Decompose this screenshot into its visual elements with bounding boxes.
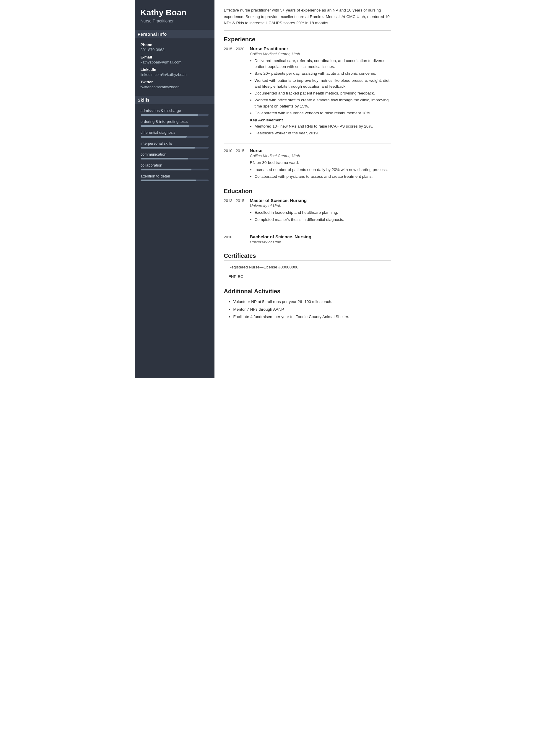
personal-info-field: E-mailkathyzboan@gmail.com [141, 55, 209, 65]
field-label: E-mail [141, 55, 209, 59]
key-achievement-label: Key Achievement [250, 118, 391, 122]
bullet-item: Completed master's thesis in differentia… [255, 217, 391, 223]
entry-content: NurseCollins Medical Center, UtahRN on 3… [250, 148, 391, 182]
main-sections: Experience2015 - 2020Nurse PractitionerC… [224, 36, 391, 320]
skill-name: interpersonal skills [141, 141, 209, 146]
candidate-title: Nurse Practitioner [141, 19, 209, 23]
section-title: Certificates [224, 253, 391, 261]
field-value: linkedin.com/in/kathyzboan [141, 72, 209, 77]
personal-info-header: Personal Info [135, 30, 214, 39]
skill-bar-fill [141, 136, 187, 138]
entry: 2015 - 2020Nurse PractitionerCollins Med… [224, 46, 391, 138]
summary-text: Effective nurse practitioner with 5+ yea… [224, 7, 391, 31]
field-value: kathyzboan@gmail.com [141, 60, 209, 65]
candidate-name: Kathy Boan [141, 8, 209, 17]
entry-bullets: Excelled in leadership and healthcare pl… [250, 210, 391, 223]
resume-section: CertificatesRegistered Nurse—License #00… [224, 253, 391, 282]
main-content: Effective nurse practitioner with 5+ yea… [214, 0, 401, 378]
resume-section: Additional ActivitiesVolunteer NP at 5 t… [224, 288, 391, 320]
entry-company: Collins Medical Center, Utah [250, 52, 391, 56]
skill-name: ordering & interpreting tests [141, 119, 209, 124]
skill-bar-background [141, 147, 209, 148]
entry-desc: RN on 30-bed trauma ward. [250, 160, 391, 166]
skill-bar-background [141, 136, 209, 138]
skill-item: communication [141, 152, 209, 159]
entry: 2010 - 2015NurseCollins Medical Center, … [224, 148, 391, 182]
skill-name: differential diagnosis [141, 130, 209, 135]
skill-item: admissions & discharge [141, 108, 209, 116]
skill-bar-background [141, 114, 209, 116]
resume-section: Experience2015 - 2020Nurse PractitionerC… [224, 36, 391, 182]
entry-content: Bachelor of Science, NursingUniversity o… [250, 234, 391, 246]
entry-divider [224, 144, 391, 144]
entry-bullets: Delivered medical care, referrals, coord… [250, 58, 391, 116]
skill-name: attention to detail [141, 174, 209, 178]
skill-name: communication [141, 152, 209, 156]
section-title: Experience [224, 36, 391, 44]
bullet-item: Collaborated with insurance vendors to r… [255, 110, 391, 116]
skills-header: Skills [135, 96, 214, 104]
entry-job-title: Bachelor of Science, Nursing [250, 234, 391, 239]
bullet-item: Collaborated with physicians to assess a… [255, 174, 391, 179]
activity-bullet-item: Mentor 7 NPs through AANP. [233, 306, 391, 313]
bullet-item: Worked with patients to improve key metr… [255, 78, 391, 90]
entry-content: Nurse PractitionerCollins Medical Center… [250, 46, 391, 138]
entry-job-title: Nurse Practitioner [250, 46, 391, 51]
entry-company: University of Utah [250, 203, 391, 208]
entry-dates: 2013 - 2015 [224, 198, 245, 225]
skills-section: Skills admissions & dischargeordering & … [141, 96, 209, 181]
skill-item: ordering & interpreting tests [141, 119, 209, 127]
skill-name: admissions & discharge [141, 108, 209, 113]
resume-section: Education2013 - 2015Master of Science, N… [224, 188, 391, 246]
skill-name: collaboration [141, 163, 209, 168]
skill-bar-background [141, 158, 209, 159]
entry-job-title: Nurse [250, 148, 391, 153]
skill-bar-fill [141, 125, 190, 127]
bullet-item: Documented and tracked patient health me… [255, 90, 391, 96]
activity-bullet-item: Volunteer NP at 5 trail runs per year 26… [233, 299, 391, 305]
entry-divider [224, 230, 391, 230]
skills-list: admissions & dischargeordering & interpr… [141, 108, 209, 181]
achievement-bullet-item: Healthcare worker of the year, 2019. [255, 130, 391, 136]
entry-company: University of Utah [250, 240, 391, 244]
field-label: Phone [141, 42, 209, 47]
entry-content: Master of Science, NursingUniversity of … [250, 198, 391, 225]
entry-dates: 2015 - 2020 [224, 46, 245, 138]
skill-bar-fill [141, 158, 188, 159]
skill-bar-background [141, 125, 209, 127]
bullet-item: Increased number of patients seen daily … [255, 167, 391, 173]
section-title: Education [224, 188, 391, 196]
entry-job-title: Master of Science, Nursing [250, 198, 391, 203]
skill-item: differential diagnosis [141, 130, 209, 138]
field-label: Twitter [141, 80, 209, 84]
cert-item: Registered Nurse—License #00000000 [224, 262, 391, 272]
achievement-bullet-item: Mentored 10+ new NPs and RNs to raise HC… [255, 123, 391, 129]
skill-item: collaboration [141, 163, 209, 170]
skill-bar-background [141, 179, 209, 181]
activity-bullets: Volunteer NP at 5 trail runs per year 26… [224, 299, 391, 320]
entry: 2013 - 2015Master of Science, NursingUni… [224, 198, 391, 225]
skill-bar-fill [141, 169, 192, 170]
entry-dates: 2010 [224, 234, 245, 246]
skill-bar-fill [141, 179, 196, 181]
personal-info-field: Phone801-870-3963 [141, 42, 209, 52]
section-title: Additional Activities [224, 288, 391, 296]
entry-bullets: Increased number of patients seen daily … [250, 167, 391, 180]
field-value: twitter.com/kathyzboan [141, 85, 209, 89]
activity-bullet-item: Facilitate 4 fundraisers per year for To… [233, 313, 391, 320]
resume-container: Kathy Boan Nurse Practitioner Personal I… [135, 0, 401, 378]
field-value: 801-870-3963 [141, 47, 209, 52]
entry-company: Collins Medical Center, Utah [250, 153, 391, 158]
bullet-item: Saw 20+ patients per day, assisting with… [255, 70, 391, 76]
personal-info-field: Twittertwitter.com/kathyzboan [141, 80, 209, 89]
personal-info-fields: Phone801-870-3963E-mailkathyzboan@gmail.… [141, 42, 209, 89]
skill-bar-fill [141, 147, 195, 148]
skill-bar-background [141, 169, 209, 170]
bullet-item: Worked with office staff to create a smo… [255, 97, 391, 109]
achievement-bullets: Mentored 10+ new NPs and RNs to raise HC… [250, 123, 391, 136]
sidebar: Kathy Boan Nurse Practitioner Personal I… [135, 0, 214, 378]
skill-item: attention to detail [141, 174, 209, 181]
cert-item: FNP-BC [224, 272, 391, 282]
bullet-item: Excelled in leadership and healthcare pl… [255, 210, 391, 216]
entry: 2010Bachelor of Science, NursingUniversi… [224, 234, 391, 246]
